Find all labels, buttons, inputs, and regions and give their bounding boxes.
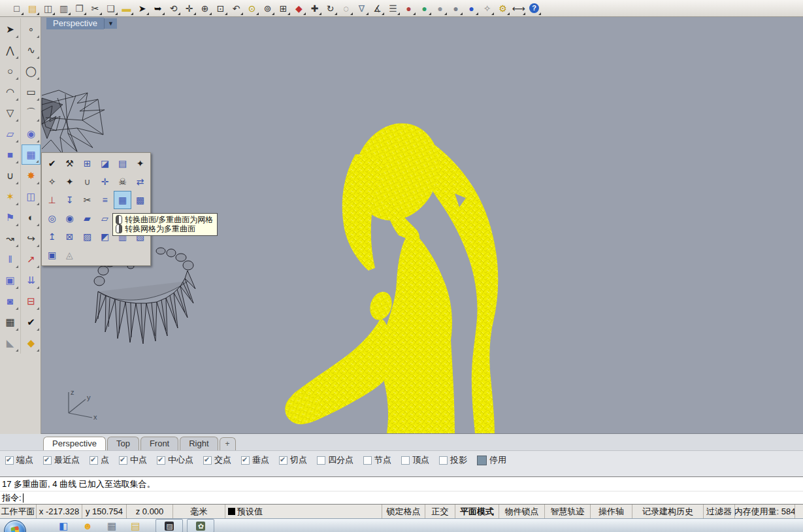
checkbox[interactable] bbox=[43, 456, 52, 465]
move-points-tool[interactable]: ↗ bbox=[22, 249, 41, 269]
print-button[interactable]: ▥ bbox=[56, 1, 71, 16]
tab-right[interactable]: Right bbox=[180, 437, 218, 450]
display-mode-b-button[interactable]: ● bbox=[448, 1, 463, 16]
status-memory[interactable]: 内存使用量: 584 bbox=[735, 505, 795, 518]
status-object-snap[interactable]: 物件锁点 bbox=[499, 505, 545, 518]
zoom-window-button[interactable]: ⊡ bbox=[213, 1, 228, 16]
checkbox[interactable] bbox=[439, 456, 448, 465]
zoom-dynamic-button[interactable]: ⊕ bbox=[197, 1, 212, 16]
mesh-pin-tool[interactable]: ⊥ bbox=[43, 191, 61, 209]
tab-perspective[interactable]: Perspective bbox=[43, 437, 106, 450]
curve-edit-tool[interactable]: ↝ bbox=[1, 228, 20, 248]
osnap-endpoint[interactable]: 端点 bbox=[5, 454, 33, 466]
new-viewport-tab-button[interactable]: + bbox=[220, 437, 236, 450]
status-filter[interactable]: 过滤器 bbox=[704, 505, 735, 518]
checkbox[interactable] bbox=[241, 456, 250, 465]
osnap-disable[interactable]: 停用 bbox=[477, 454, 506, 466]
status-units[interactable]: 毫米 bbox=[173, 505, 225, 518]
select-arrow-button[interactable]: ➤ bbox=[135, 1, 150, 16]
check-tool[interactable]: ✔ bbox=[22, 312, 41, 332]
mesh-bucket-tool[interactable]: ∪ bbox=[78, 173, 96, 191]
rectangle-tool[interactable]: ▭ bbox=[22, 82, 41, 102]
plane-tool[interactable]: ◫ bbox=[22, 186, 41, 207]
osnap-knot[interactable]: 节点 bbox=[363, 454, 391, 466]
display-mode-a-button[interactable]: ● bbox=[433, 1, 448, 16]
command-prompt[interactable]: 指令: bbox=[0, 491, 803, 505]
osnap-project[interactable]: 投影 bbox=[439, 454, 467, 466]
mesh-flatten-tool[interactable]: ≡ bbox=[96, 191, 114, 209]
mesh-strip-tool-2[interactable]: ▱ bbox=[96, 209, 114, 227]
tab-front[interactable]: Front bbox=[140, 437, 178, 450]
options-gear-button[interactable]: ⚙ bbox=[495, 1, 510, 16]
render-full-button[interactable]: ● bbox=[464, 1, 479, 16]
tab-top[interactable]: Top bbox=[107, 437, 139, 450]
mesh-swap-tool[interactable]: ⇄ bbox=[131, 173, 149, 191]
status-x-coord[interactable]: x -217.328 bbox=[37, 505, 82, 518]
copy-file-button[interactable]: ❐ bbox=[72, 1, 87, 16]
point-tool[interactable]: ∘ bbox=[22, 19, 41, 39]
mesh-person-tool-1[interactable]: ✦ bbox=[131, 154, 149, 173]
extrude-tool[interactable]: ‖ bbox=[1, 249, 20, 269]
osnap-midpoint[interactable]: 中点 bbox=[119, 454, 147, 466]
tube-tool[interactable]: ∪ bbox=[1, 165, 20, 186]
paste-button[interactable]: ▬ bbox=[119, 1, 134, 16]
undo-view-button[interactable]: ↶ bbox=[229, 1, 244, 16]
status-smarttrack[interactable]: 智慧轨迹 bbox=[545, 505, 591, 518]
checkbox[interactable] bbox=[363, 456, 372, 465]
explode-tool[interactable]: ✶ bbox=[1, 186, 20, 207]
render-preview-button[interactable]: ● bbox=[417, 1, 432, 16]
shaded-view-button[interactable]: ◆ bbox=[291, 1, 306, 16]
osnap-perpendicular[interactable]: 垂点 bbox=[241, 454, 269, 466]
pan-view-button[interactable]: ✛ bbox=[182, 1, 197, 16]
chevron-down-icon[interactable]: ▼ bbox=[104, 18, 117, 29]
polygon-tool[interactable]: ▽ bbox=[1, 103, 20, 123]
arc-tool[interactable]: ◠ bbox=[1, 82, 20, 102]
mesh-skull-tool[interactable]: ☠ bbox=[114, 173, 131, 191]
sparkle-button[interactable]: ✧ bbox=[480, 1, 495, 16]
mesh-corner-tool[interactable]: ◩ bbox=[96, 227, 114, 246]
mesh-box-tool[interactable]: ⊞ bbox=[78, 154, 96, 173]
checkbox[interactable] bbox=[157, 456, 165, 465]
array-tool[interactable]: ▦ bbox=[1, 312, 20, 332]
checkbox[interactable] bbox=[203, 456, 212, 465]
mesh-dots-tool[interactable]: ▨ bbox=[78, 227, 96, 246]
status-grid-snap[interactable]: 锁定格点 bbox=[382, 505, 425, 518]
mesh-repair-tool[interactable]: ⚒ bbox=[61, 154, 78, 173]
surface-tool[interactable]: ▱ bbox=[1, 124, 20, 144]
mesh-person-tool-3[interactable]: ✦ bbox=[61, 173, 78, 191]
taskbar-qq-icon[interactable]: ☻ bbox=[82, 520, 93, 532]
new-file-button[interactable]: □ bbox=[9, 1, 24, 16]
osnap-quadrant[interactable]: 四分点 bbox=[317, 454, 353, 466]
filter-button[interactable]: ∇ bbox=[354, 1, 369, 16]
osnap-nearest[interactable]: 最近点 bbox=[43, 454, 80, 466]
status-y-coord[interactable]: y 150.754 bbox=[82, 505, 127, 518]
start-button[interactable] bbox=[4, 520, 26, 532]
drape-tool[interactable]: ⇊ bbox=[22, 270, 41, 290]
mesh-weld-x-tool[interactable]: ⊠ bbox=[61, 227, 78, 246]
taskbar-window-image-viewer[interactable]: ▨ bbox=[156, 519, 183, 532]
group-tool[interactable]: ▣ bbox=[1, 270, 20, 290]
mesh-triangles-tool[interactable]: ◬ bbox=[61, 246, 78, 264]
mesh-weld-up-tool[interactable]: ↥ bbox=[43, 227, 61, 246]
ellipse-tool[interactable]: ◯ bbox=[22, 61, 41, 81]
cut-button[interactable]: ✂ bbox=[88, 1, 103, 16]
mesh-patch-tool[interactable]: ◪ bbox=[96, 154, 114, 173]
fillet-tool[interactable]: ⌒ bbox=[22, 103, 41, 123]
select-tool[interactable]: ➤ bbox=[1, 19, 20, 39]
box-tool[interactable]: ■ bbox=[1, 144, 20, 165]
taskbar-window-rhino[interactable]: ✿ bbox=[187, 519, 214, 532]
osnap-vertex[interactable]: 顶点 bbox=[401, 454, 429, 466]
taskbar-calculator-icon[interactable]: ▦ bbox=[107, 520, 116, 532]
help-button[interactable]: ? bbox=[527, 1, 542, 16]
status-ortho[interactable]: 正交 bbox=[425, 505, 455, 518]
circle-tool[interactable]: ○ bbox=[1, 61, 20, 81]
checkbox[interactable] bbox=[5, 456, 14, 465]
status-layer[interactable]: 预设值 bbox=[225, 505, 382, 518]
mesh-collapse-tool[interactable]: ↧ bbox=[61, 191, 78, 209]
mesh-stack-tool[interactable]: ▣ bbox=[43, 246, 61, 264]
rotate-view-button[interactable]: ⟲ bbox=[166, 1, 181, 16]
osnap-intersection[interactable]: 交点 bbox=[203, 454, 231, 466]
move-button[interactable]: ✚ bbox=[307, 1, 322, 16]
curve-tool[interactable]: ∿ bbox=[22, 40, 41, 60]
selected-mesh-figure[interactable] bbox=[280, 110, 498, 433]
